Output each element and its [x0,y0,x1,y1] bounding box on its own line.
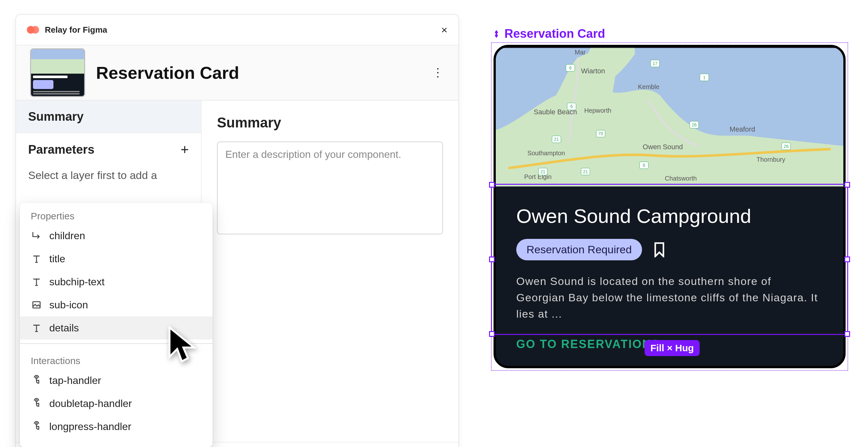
add-parameter-icon[interactable]: + [181,142,189,157]
svg-text:1: 1 [703,75,706,80]
svg-text:Kemble: Kemble [638,83,659,90]
bookmark-icon[interactable] [653,242,666,258]
children-icon [31,230,42,241]
svg-text:6: 6 [643,163,645,168]
card-title: Owen Sound Campground [516,205,823,227]
svg-text:Mar: Mar [575,49,586,56]
svg-text:Wiarton: Wiarton [581,67,605,75]
selection-size-badge: Fill × Hug [645,340,700,356]
popover-item-doubletap-handler[interactable]: doubletap-handler [20,392,213,415]
component-name: Reservation Card [96,63,239,83]
svg-point-8 [35,423,37,425]
svg-text:6: 6 [569,65,571,70]
svg-point-6 [35,377,37,379]
parameters-popover: Properties children title subchip-text s… [20,203,213,447]
svg-text:26: 26 [692,122,697,127]
svg-text:21: 21 [540,169,545,174]
close-icon[interactable]: × [441,24,447,36]
popover-item-longpress-handler[interactable]: longpress-handler [20,415,213,438]
tap-icon [31,375,42,386]
text-icon [31,276,42,288]
popover-item-title[interactable]: title [20,247,213,270]
text-icon [31,253,42,265]
svg-text:26: 26 [784,144,789,149]
mouse-cursor-icon [166,326,197,364]
svg-text:Thornbury: Thornbury [756,156,785,163]
popover-item-children[interactable]: children [20,224,213,247]
svg-rect-5 [33,302,40,308]
svg-text:Owen Sound: Owen Sound [643,143,683,151]
image-icon [31,299,42,310]
svg-point-7 [35,400,37,402]
map-icon: Mar Wiarton Kemble Sauble Beach Hepworth… [496,47,843,187]
card-map: Mar Wiarton Kemble Sauble Beach Hepworth… [496,47,843,187]
popover-item-subchip-text[interactable]: subchip-text [20,270,213,293]
popover-item-tap-handler[interactable]: tap-handler [20,369,213,392]
sidebar-item-label: Summary [28,110,84,124]
card-body: Owen Sound Campground Reservation Requir… [496,187,843,364]
svg-text:Port Elgin: Port Elgin [524,174,552,181]
svg-text:Southampton: Southampton [527,150,565,156]
sidebar-item-summary[interactable]: Summary [16,100,201,133]
tap-icon [31,421,42,432]
svg-text:21: 21 [554,137,559,142]
text-icon [31,322,42,334]
more-menu-icon[interactable]: ⋮ [432,66,444,80]
selection-label[interactable]: Reservation Card [492,27,605,41]
svg-text:Chatsworth: Chatsworth [665,175,697,182]
popover-item-sub-icon[interactable]: sub-icon [20,293,213,316]
reservation-card: Mar Wiarton Kemble Sauble Beach Hepworth… [494,45,846,368]
main-heading: Summary [217,115,443,131]
main-pane: Summary [202,100,458,442]
svg-text:70: 70 [598,131,603,136]
svg-text:6: 6 [570,104,573,109]
popover-group-properties: Properties [20,203,213,224]
relay-logo-icon [27,25,40,34]
plugin-title: Relay for Figma [45,25,107,35]
plugin-header: Relay for Figma × [16,15,458,46]
component-thumbnail [30,48,85,97]
description-input[interactable] [217,142,443,234]
svg-text:Hepworth: Hepworth [584,107,611,114]
reservation-chip[interactable]: Reservation Required [516,239,642,260]
sidebar-item-label: Parameters [28,143,94,156]
svg-text:Meaford: Meaford [730,125,755,133]
svg-text:17: 17 [653,61,657,66]
tap-icon [31,398,42,409]
sidebar-item-parameters[interactable]: Parameters + [16,133,201,166]
card-description: Owen Sound is located on the southern sh… [516,273,823,322]
component-header: Reservation Card ⋮ [16,46,458,100]
svg-text:21: 21 [583,169,588,174]
parameters-hint: Select a layer first to add a [16,166,201,182]
